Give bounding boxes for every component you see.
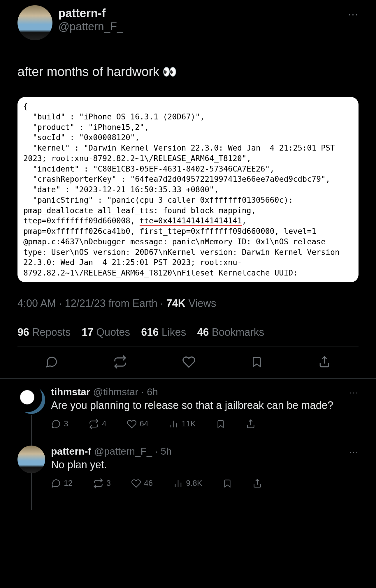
- bookmark-icon: [216, 419, 225, 429]
- repost-button[interactable]: 3: [93, 478, 111, 489]
- action-bar: [17, 347, 359, 378]
- repost-button[interactable]: [113, 355, 127, 369]
- reply-count: 3: [64, 419, 68, 428]
- relative-time[interactable]: 6h: [147, 386, 158, 398]
- reposts-stat[interactable]: 96 Reposts: [17, 326, 71, 338]
- share-icon: [252, 478, 262, 488]
- likes-stat[interactable]: 616 Likes: [141, 326, 186, 338]
- reply-icon: [45, 356, 58, 368]
- repost-icon: [89, 419, 99, 429]
- share-button[interactable]: [318, 356, 331, 368]
- tweet-time[interactable]: 4:00 AM: [17, 297, 56, 309]
- quotes-stat[interactable]: 17 Quotes: [82, 326, 130, 338]
- author-block[interactable]: pattern-f @pattern_F_: [58, 5, 342, 34]
- like-count: 46: [144, 479, 153, 488]
- bookmark-button[interactable]: [223, 479, 232, 488]
- like-button[interactable]: 46: [131, 478, 153, 488]
- views-count: 11K: [182, 419, 196, 428]
- heart-icon: [131, 478, 141, 488]
- crash-json-pre: { "build" : "iPhone OS 16.3.1 (20D67)", …: [23, 102, 340, 225]
- bookmark-icon: [251, 356, 263, 368]
- bookmark-button[interactable]: [251, 356, 263, 368]
- more-options-icon[interactable]: ···: [349, 447, 359, 457]
- tweet-meta: 4:00 AM · 12/21/23 from Earth · 74K View…: [17, 297, 359, 318]
- repost-icon: [113, 355, 127, 369]
- more-options-icon[interactable]: ···: [348, 5, 359, 20]
- user-handle[interactable]: @pattern_F_: [94, 446, 152, 457]
- views-icon: [173, 478, 183, 488]
- main-tweet: pattern-f @pattern_F_ ··· after months o…: [0, 0, 376, 379]
- repost-count: 4: [102, 419, 106, 428]
- tweet-text: after months of hardwork: [17, 63, 159, 80]
- like-button[interactable]: [182, 355, 196, 369]
- avatar[interactable]: [17, 386, 45, 414]
- reply-tweet[interactable]: pattern-f @pattern_F_ · 5h ··· No plan y…: [0, 438, 376, 497]
- views-label: Views: [188, 297, 216, 309]
- repost-icon: [93, 478, 103, 489]
- reply-icon: [51, 419, 61, 429]
- reply-button[interactable]: [45, 356, 58, 368]
- avatar[interactable]: [17, 446, 45, 473]
- reply-header: pattern-f @pattern_F_ · 5h ···: [51, 446, 359, 457]
- tweet-location: Earth: [132, 297, 157, 309]
- action-bar: 12 3 46 9.8K: [51, 472, 359, 497]
- action-bar: 3 4 64 11K: [51, 412, 359, 438]
- tweet-text: Are you planning to release so that a ja…: [51, 399, 359, 412]
- heart-icon: [182, 355, 196, 369]
- share-icon: [246, 419, 256, 429]
- share-button[interactable]: [246, 419, 256, 429]
- bookmarks-stat[interactable]: 46 Bookmarks: [197, 326, 264, 338]
- user-handle[interactable]: @tihmstar: [93, 386, 138, 398]
- display-name[interactable]: pattern-f: [51, 446, 91, 457]
- reply-button[interactable]: 12: [51, 478, 73, 488]
- views-count: 9.8K: [186, 479, 202, 488]
- reply-header: tihmstar @tihmstar · 6h ···: [51, 386, 359, 398]
- relative-time[interactable]: 5h: [161, 446, 172, 457]
- crash-json-underlined: tte=0x4141414141414141: [140, 216, 242, 226]
- reply-button[interactable]: 3: [51, 419, 68, 429]
- repost-count: 3: [106, 479, 111, 488]
- views-count[interactable]: 74K: [166, 297, 185, 309]
- tweet-body: after months of hardwork 👀: [17, 63, 359, 80]
- bookmark-icon: [223, 479, 232, 488]
- thread-line: [31, 475, 32, 510]
- share-button[interactable]: [252, 478, 262, 488]
- share-icon: [318, 356, 331, 368]
- bookmark-button[interactable]: [216, 419, 225, 429]
- engagement-stats: 96 Reposts 17 Quotes 616 Likes 46 Bookma…: [17, 318, 359, 347]
- like-count: 64: [140, 419, 148, 428]
- views-button[interactable]: 11K: [169, 419, 196, 429]
- media-image[interactable]: { "build" : "iPhone OS 16.3.1 (20D67)", …: [17, 97, 359, 282]
- views-icon: [169, 419, 179, 429]
- repost-button[interactable]: 4: [89, 419, 106, 429]
- like-button[interactable]: 64: [127, 419, 148, 429]
- tweet-date[interactable]: 12/21/23: [65, 297, 106, 309]
- more-options-icon[interactable]: ···: [349, 387, 359, 397]
- avatar[interactable]: [17, 5, 52, 40]
- heart-icon: [127, 419, 137, 429]
- reply-icon: [51, 478, 61, 488]
- tweet-header: pattern-f @pattern_F_ ···: [17, 5, 359, 40]
- display-name[interactable]: tihmstar: [51, 386, 90, 398]
- from-label: from: [108, 297, 129, 309]
- views-button[interactable]: 9.8K: [173, 478, 202, 488]
- reply-count: 12: [64, 479, 73, 488]
- reply-tweet[interactable]: tihmstar @tihmstar · 6h ··· Are you plan…: [0, 379, 376, 438]
- display-name: pattern-f: [58, 6, 342, 20]
- tweet-text: No plan yet.: [51, 458, 359, 472]
- user-handle: @pattern_F_: [58, 20, 342, 34]
- eyes-emoji-icon: 👀: [162, 64, 177, 79]
